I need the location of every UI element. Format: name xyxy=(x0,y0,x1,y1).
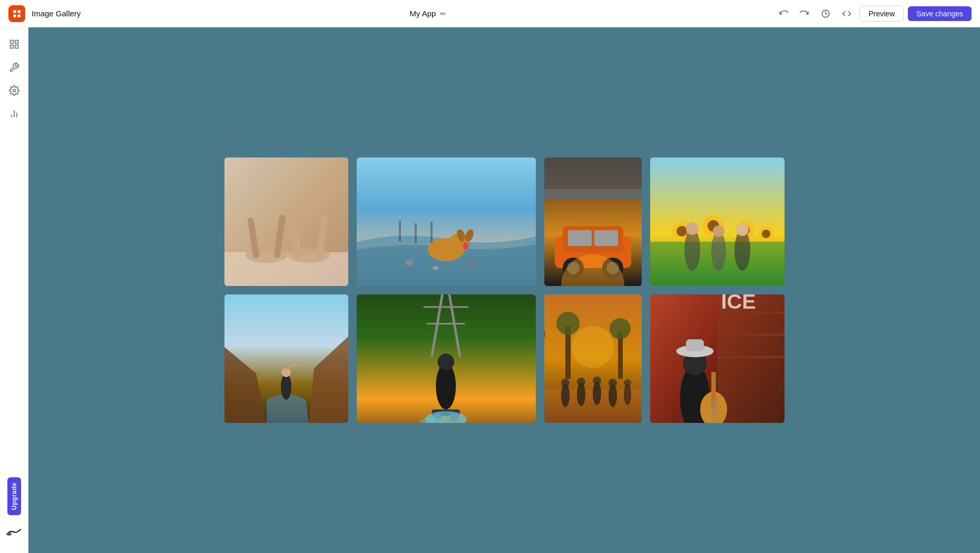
sidebar-item-settings[interactable] xyxy=(4,80,25,101)
svg-point-93 xyxy=(624,384,631,405)
svg-point-68 xyxy=(437,354,454,371)
svg-point-81 xyxy=(610,318,631,339)
history-button[interactable] xyxy=(817,5,834,22)
gallery-item-5[interactable] xyxy=(224,294,348,423)
gallery-item-7[interactable] xyxy=(544,294,642,423)
sidebar: Upgrade xyxy=(0,27,28,553)
gallery-item-2[interactable] xyxy=(357,157,536,286)
gallery-item-3[interactable] xyxy=(544,157,642,286)
header-center: My App ✏ xyxy=(87,9,769,18)
svg-rect-4 xyxy=(15,45,18,48)
svg-rect-37 xyxy=(594,230,618,246)
canvas-area: ICE xyxy=(28,27,980,553)
sidebar-item-analytics[interactable] xyxy=(4,103,25,124)
header: Image Gallery My App ✏ Preview Save chan… xyxy=(0,0,980,27)
svg-point-79 xyxy=(556,312,580,335)
undo-button[interactable] xyxy=(775,5,792,22)
svg-point-85 xyxy=(561,384,570,407)
svg-point-45 xyxy=(677,226,687,236)
svg-point-95 xyxy=(572,326,614,368)
main-layout: Upgrade xyxy=(0,27,980,553)
svg-point-89 xyxy=(593,382,601,405)
svg-rect-28 xyxy=(399,221,401,242)
sidebar-item-tools[interactable] xyxy=(4,57,25,78)
svg-rect-97 xyxy=(717,294,785,423)
redo-button[interactable] xyxy=(796,5,813,22)
svg-point-87 xyxy=(577,383,585,406)
upgrade-button[interactable]: Upgrade xyxy=(7,477,21,515)
gallery-item-1[interactable] xyxy=(224,157,348,286)
app-name: Image Gallery xyxy=(32,9,81,18)
sidebar-item-grid[interactable] xyxy=(4,34,25,55)
svg-point-54 xyxy=(686,222,699,235)
bird-icon xyxy=(4,521,25,542)
svg-point-90 xyxy=(593,377,601,385)
svg-text:ICE: ICE xyxy=(721,294,756,313)
edit-title-icon[interactable]: ✏ xyxy=(440,9,446,18)
image-gallery: ICE xyxy=(151,115,858,465)
svg-rect-1 xyxy=(10,41,13,44)
code-button[interactable] xyxy=(838,5,855,22)
svg-rect-30 xyxy=(430,222,433,243)
svg-rect-36 xyxy=(568,230,592,246)
svg-point-13 xyxy=(288,247,330,263)
gallery-item-6[interactable] xyxy=(357,294,536,423)
svg-point-58 xyxy=(736,223,749,236)
svg-point-55 xyxy=(711,231,726,271)
svg-rect-33 xyxy=(544,189,642,200)
svg-point-60 xyxy=(281,373,291,400)
save-changes-button[interactable]: Save changes xyxy=(908,6,972,21)
svg-rect-106 xyxy=(686,339,704,351)
svg-rect-2 xyxy=(15,41,18,44)
svg-point-27 xyxy=(463,242,468,250)
preview-button[interactable]: Preview xyxy=(859,6,904,22)
svg-point-86 xyxy=(561,379,570,387)
gallery-item-8[interactable]: ICE xyxy=(650,294,785,423)
svg-point-21 xyxy=(469,263,476,268)
page-title: My App xyxy=(409,9,436,18)
svg-point-20 xyxy=(433,266,439,270)
svg-point-91 xyxy=(609,384,617,407)
gallery-item-4[interactable] xyxy=(650,157,785,286)
svg-point-5 xyxy=(13,90,15,92)
svg-point-92 xyxy=(609,379,617,387)
svg-rect-3 xyxy=(10,45,13,48)
svg-point-94 xyxy=(624,379,631,387)
svg-rect-29 xyxy=(415,223,417,243)
svg-point-9 xyxy=(6,532,12,536)
header-actions: Preview Save changes xyxy=(775,5,972,22)
app-logo xyxy=(8,5,25,22)
svg-point-19 xyxy=(405,260,414,265)
svg-point-56 xyxy=(713,225,724,237)
svg-point-12 xyxy=(246,247,288,263)
svg-point-51 xyxy=(762,230,770,238)
svg-point-88 xyxy=(577,378,585,386)
